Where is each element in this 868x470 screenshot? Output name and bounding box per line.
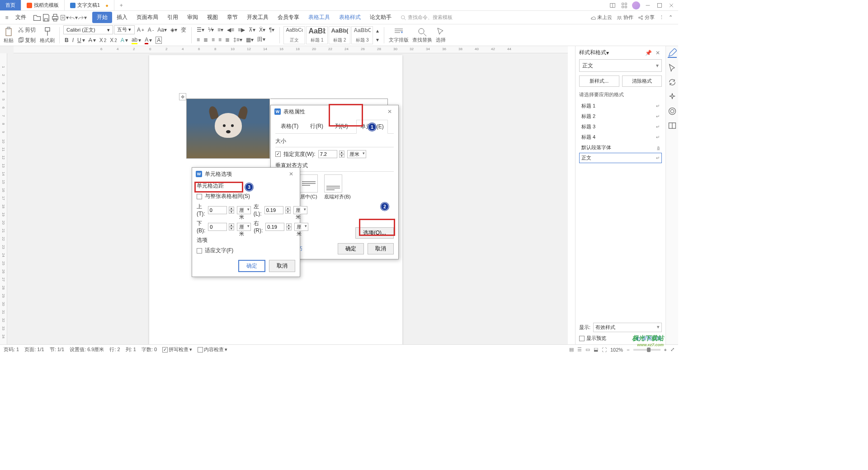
tab-stops-icon[interactable]: ⊼▾ [247,26,257,34]
copy-button[interactable]: 复制 [16,36,37,45]
minimize-button[interactable] [643,1,653,10]
clear-format-icon[interactable]: ◈▾ [169,26,179,34]
redo-icon[interactable]: ▾ [78,13,87,22]
view-print-icon[interactable]: ▤ [569,347,574,352]
close-button[interactable] [666,1,676,10]
same-as-table-checkbox[interactable] [197,194,202,199]
pencil-tool-icon[interactable] [668,49,677,58]
ribbon-tab-start[interactable]: 开始 [92,12,112,23]
hamburger-icon[interactable]: ≡ [3,14,11,21]
fit-width-icon[interactable]: ⛶ [602,347,607,352]
style-item-body[interactable]: 正文↵ [579,153,662,163]
collapse-ribbon[interactable]: ⌃ [669,14,673,20]
avatar-icon[interactable] [631,1,641,10]
ribbon-tab-insert[interactable]: 插入 [112,12,132,23]
ribbon-tab-references[interactable]: 引用 [163,12,183,23]
text-layout-button[interactable]: 文字排版 [388,27,410,43]
line-spacing-icon[interactable]: ‡≡▾ [232,36,244,44]
collab-button[interactable]: 协作 [617,14,633,21]
style-heading1[interactable]: AaBb标题 1 [306,26,328,44]
style-heading3[interactable]: AaBbC(标题 3 [351,26,373,44]
ribbon-tab-sections[interactable]: 章节 [222,12,242,23]
subscript-icon[interactable]: X2 [108,36,118,44]
decrease-font-icon[interactable]: A- [146,26,155,34]
cursor-tool-icon[interactable] [668,63,677,72]
unit-select-top[interactable]: 厘米 [237,206,251,214]
smart-layout-link[interactable]: ◐智能排版 [636,335,662,342]
unit-select-right[interactable]: 厘米 [294,223,308,231]
margin-bottom-input[interactable] [208,223,227,231]
valign-bottom[interactable] [324,174,342,193]
status-chars[interactable]: 字数: 0 [142,346,157,353]
apps-icon[interactable] [619,1,629,10]
status-page[interactable]: 页面: 1/1 [24,346,44,353]
ribbon-tab-member[interactable]: 会员专享 [273,12,304,23]
tab-document[interactable]: 文字文稿1● [65,0,114,10]
valign-center[interactable] [300,174,318,193]
unit-select-left[interactable]: 厘米 [293,206,307,214]
change-case-icon[interactable]: Aa▾ [156,26,168,34]
current-style-select[interactable]: 正文 [579,59,662,72]
align-justify-icon[interactable]: ≡ [217,36,223,44]
undo-icon[interactable]: ▾ [69,13,78,22]
char-border-icon[interactable]: A [154,36,163,45]
sync-tool-icon[interactable] [668,78,677,87]
format-painter-icon[interactable] [43,27,52,37]
spinner-up[interactable]: ▴ [339,150,344,154]
underline-icon[interactable]: U▾ [76,36,86,44]
margin-top-input[interactable] [208,206,227,214]
superscript-icon[interactable]: X2 [98,36,108,44]
cut-button[interactable]: 剪切 [16,25,37,35]
view-outline-icon[interactable]: ☰ [577,347,582,352]
borders-icon[interactable]: 田▾ [256,35,267,44]
spinner-down[interactable]: ▾ [339,154,344,158]
zoom-slider[interactable] [633,349,660,351]
new-style-button[interactable]: 新样式... [579,75,619,87]
dialog-cancel-button[interactable]: 取消 [368,243,394,254]
font-color-icon[interactable]: A▾ [143,36,153,45]
align-right-icon[interactable]: ≡ [210,36,216,44]
margin-left-input[interactable] [264,206,283,214]
status-page-no[interactable]: 页码: 1 [4,346,19,353]
open-icon[interactable] [33,13,42,22]
file-menu[interactable]: 文件 [12,14,30,21]
font-size-select[interactable]: 五号 ▾ [114,25,135,34]
width-input[interactable] [318,150,337,158]
tab-row[interactable]: 行(R) [307,120,327,133]
styles-up-icon[interactable]: ▴ [375,27,380,35]
zoom-out-icon[interactable]: − [627,347,629,352]
font-family-select[interactable]: Calibri (正文)▾ [63,25,113,34]
show-styles-select[interactable]: 有效样式 [593,323,662,332]
command-search[interactable]: 查找命令、搜索模板 [401,14,453,21]
show-preview-checkbox[interactable] [579,336,585,341]
align-center-icon[interactable]: ≣ [202,36,209,44]
status-section[interactable]: 节: 1/1 [50,346,64,353]
paste-icon[interactable] [4,27,13,37]
sparkle-tool-icon[interactable] [668,92,677,101]
style-item-h2[interactable]: 标题 2↵ [579,111,662,122]
highlight-icon[interactable]: ab▾ [130,36,142,45]
dialog-close-button[interactable]: ✕ [385,108,395,116]
specify-width-checkbox[interactable] [275,151,281,157]
cloud-status[interactable]: 未上云 [590,14,612,21]
share-button[interactable]: 分享 [638,14,655,21]
width-unit-select[interactable]: 厘米 [347,150,366,158]
spell-check-toggle[interactable]: 拼写检查▾ [162,346,192,353]
style-normal[interactable]: AaBbCcD正文 [283,26,305,44]
distribute-icon[interactable]: ≣ [224,36,231,44]
dialog2-close-button[interactable]: ✕ [286,170,296,178]
maximize-button[interactable] [655,1,665,10]
tab-table[interactable]: 表格(T) [277,120,302,133]
show-marks-icon[interactable]: ¶▾ [268,26,276,34]
table-cell-image[interactable] [186,99,270,159]
find-replace-button[interactable]: 查找替换 [411,27,433,43]
fit-text-checkbox[interactable] [197,248,202,254]
ribbon-tab-table-style[interactable]: 表格样式 [335,12,365,23]
ribbon-tab-view[interactable]: 视图 [203,12,222,23]
tab-home[interactable]: 首页 [0,0,21,10]
more-menu[interactable]: ⋮ [659,14,664,20]
location-tool-icon[interactable] [668,107,677,116]
save-icon[interactable] [42,13,51,22]
content-check-toggle[interactable]: 内容检查▾ [198,346,227,353]
zoom-value[interactable]: 102% [610,347,623,352]
